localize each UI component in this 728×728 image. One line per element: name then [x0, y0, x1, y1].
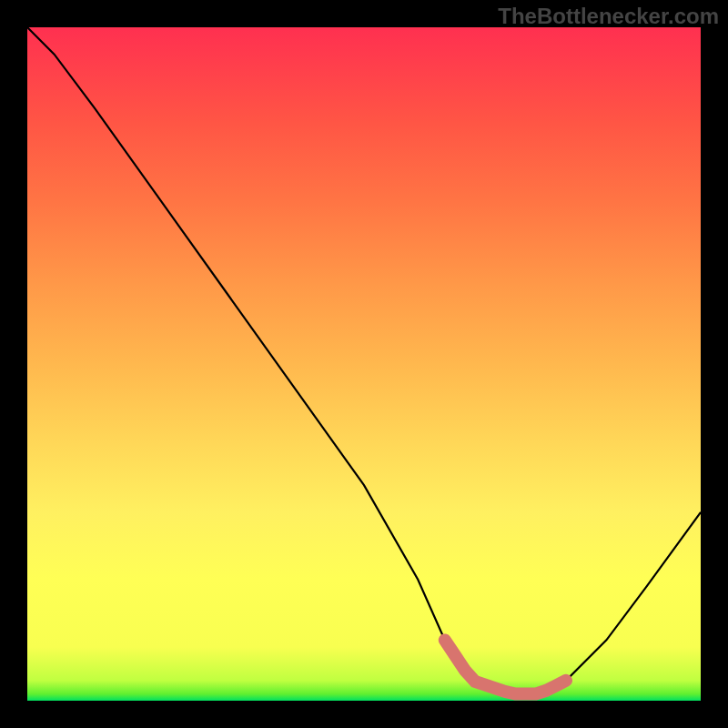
bottleneck-curve-line: [27, 27, 701, 694]
chart-svg: [27, 27, 701, 701]
watermark-text: TheBottlenecker.com: [498, 4, 719, 29]
flat-region-highlight: [445, 640, 566, 693]
chart-plot-area: [27, 27, 701, 701]
